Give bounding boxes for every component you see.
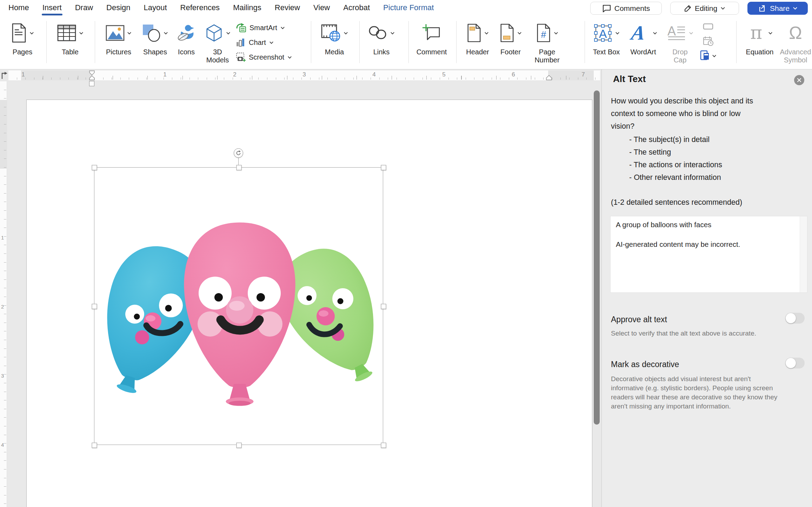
chevron-down-icon	[344, 32, 348, 35]
resize-handle-sw[interactable]	[92, 443, 97, 448]
icons-button[interactable]: Icons	[173, 20, 199, 56]
pages-button[interactable]: Pages	[6, 20, 39, 56]
toggle-knob	[786, 358, 796, 368]
rotation-handle[interactable]	[234, 148, 243, 158]
date-time-button[interactable]	[700, 34, 717, 48]
menu-review[interactable]: Review	[275, 3, 300, 12]
comment-bubble-icon	[602, 4, 611, 13]
panel-bullet-list: - The subject(s) in detail - The setting…	[629, 133, 722, 184]
alt-text-input[interactable]: A group of balloons with faces AI-genera…	[610, 216, 807, 293]
comment-button[interactable]: Comment	[414, 20, 449, 56]
ruler-number: 5	[442, 71, 445, 78]
text-box-button[interactable]: A Text Box	[590, 20, 623, 56]
chevron-down-icon	[280, 26, 285, 29]
omega-symbol-icon: Ω	[786, 23, 805, 42]
chevron-down-icon	[79, 32, 84, 35]
textarea-scrollbar-track[interactable]	[800, 216, 807, 292]
chevron-down-icon	[390, 32, 395, 35]
ruler-number: 1	[163, 71, 166, 78]
menu-mailings[interactable]: Mailings	[233, 3, 261, 12]
table-button[interactable]: Table	[53, 20, 88, 56]
menu-design[interactable]: Design	[106, 3, 130, 12]
resize-handle-nw[interactable]	[92, 165, 97, 170]
chart-icon	[236, 38, 246, 47]
approve-alt-text-toggle[interactable]	[785, 313, 805, 324]
media-button[interactable]: Media	[315, 20, 354, 56]
menu-references[interactable]: References	[180, 3, 220, 12]
chevron-down-icon	[615, 32, 620, 35]
approve-caption: Select to verify that the alt text above…	[611, 329, 756, 338]
chevron-down-icon	[554, 32, 558, 35]
resize-handle-w[interactable]	[92, 304, 97, 309]
shapes-button[interactable]: Shapes	[138, 20, 172, 56]
new-comment-icon	[422, 23, 441, 42]
chevron-down-icon	[29, 32, 34, 35]
menu-draw[interactable]: Draw	[75, 3, 93, 12]
resize-handle-s[interactable]	[237, 443, 242, 448]
svg-text:Ω: Ω	[789, 23, 802, 42]
footer-button[interactable]: Footer	[495, 20, 526, 56]
page-number-button[interactable]: # Page Number	[528, 20, 566, 64]
links-button[interactable]: Links	[365, 20, 398, 56]
chart-button[interactable]: Chart	[236, 35, 292, 50]
chevron-down-icon	[712, 54, 717, 58]
pictures-button[interactable]: Pictures	[101, 20, 136, 56]
menu-home[interactable]: Home	[8, 3, 29, 12]
comments-button[interactable]: Comments	[590, 2, 662, 15]
chevron-down-icon	[226, 32, 231, 35]
close-panel-button[interactable]	[794, 75, 804, 85]
3d-models-button[interactable]: 3D Models	[200, 20, 235, 64]
object-button[interactable]	[700, 48, 717, 63]
close-icon	[797, 78, 801, 82]
drop-cap-icon: A	[667, 24, 686, 42]
wordart-icon: A	[629, 23, 650, 43]
resize-handle-ne[interactable]	[381, 165, 386, 170]
ruler-number: 6	[512, 71, 515, 78]
frame-icon	[703, 22, 714, 31]
panel-title: Alt Text	[613, 74, 646, 84]
balloons-image[interactable]	[94, 168, 384, 445]
smartart-button[interactable]: SmartArt	[236, 20, 292, 35]
chevron-down-icon	[793, 7, 798, 10]
vertical-scrollbar[interactable]	[594, 90, 600, 425]
header-button[interactable]: Header	[462, 20, 493, 56]
share-button[interactable]: Share	[747, 2, 808, 15]
pictures-icon	[106, 25, 125, 41]
menu-picture-format[interactable]: Picture Format	[383, 3, 434, 12]
right-indent-marker[interactable]	[545, 75, 553, 80]
approve-alt-text-label: Approve alt text	[611, 315, 667, 324]
chevron-down-icon	[164, 32, 168, 35]
left-indent-markers[interactable]	[88, 70, 96, 80]
menu-insert[interactable]: Insert	[42, 3, 62, 12]
menu-view[interactable]: View	[313, 3, 330, 12]
screenshot-button[interactable]: Screenshot	[236, 50, 292, 65]
drop-cap-button[interactable]: A Drop Cap	[663, 20, 697, 64]
rotate-icon	[235, 150, 241, 156]
document-area: 1 1 2 3 4 5 6 7	[0, 69, 601, 507]
advanced-symbol-button[interactable]: Ω Advanced Symbol	[780, 20, 811, 64]
menu-acrobat[interactable]: Acrobat	[343, 3, 370, 12]
svg-text:A: A	[667, 24, 676, 38]
mark-decorative-toggle[interactable]	[785, 358, 805, 369]
left-indent-square-marker[interactable]	[89, 81, 94, 86]
picture-selection-box[interactable]	[94, 167, 383, 445]
svg-text:π: π	[750, 23, 762, 42]
resize-handle-se[interactable]	[381, 443, 386, 448]
ruler-number: 4	[372, 71, 375, 78]
tab-stop-selector[interactable]	[1, 71, 8, 80]
share-icon	[758, 4, 767, 13]
resize-handle-n[interactable]	[237, 165, 242, 170]
menu-layout[interactable]: Layout	[144, 3, 167, 12]
wordart-button[interactable]: A WordArt	[625, 20, 661, 56]
editing-mode-dropdown[interactable]: Editing	[670, 2, 739, 15]
resize-handle-e[interactable]	[381, 304, 386, 309]
svg-text:A: A	[629, 23, 647, 43]
frame-button[interactable]	[700, 19, 717, 34]
horizontal-ruler[interactable]: 1 1 2 3 4 5 6 7	[8, 70, 600, 80]
text-box-icon: A	[593, 23, 613, 43]
chevron-down-icon	[484, 32, 489, 35]
mark-decorative-label: Mark as decorative	[611, 360, 679, 369]
vertical-ruler[interactable]: 1 2 3 4	[0, 81, 7, 507]
equation-button[interactable]: π Equation	[741, 20, 778, 56]
shapes-icon	[142, 24, 161, 42]
